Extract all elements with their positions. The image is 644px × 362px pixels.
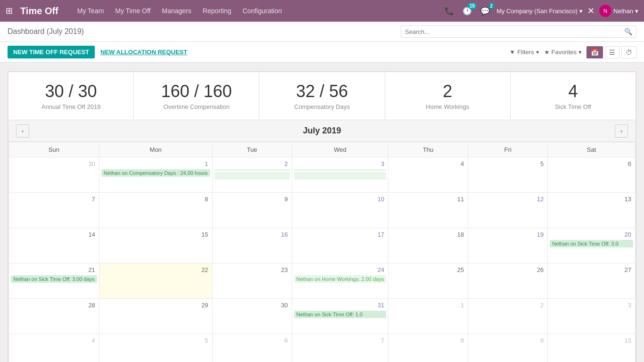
nav-reporting[interactable]: Reporting <box>198 5 236 16</box>
day-number: 5 <box>101 336 210 345</box>
stat-home-workings[interactable]: 2 Home Workings <box>385 72 511 120</box>
calendar-day[interactable]: 9 <box>212 193 292 228</box>
day-number: 21 <box>11 265 97 274</box>
search-input[interactable] <box>405 28 624 35</box>
stat-annual-time-off[interactable]: 30 / 30 Annual Time Off 2019 <box>8 72 134 120</box>
stat-annual-value: 30 / 30 <box>20 82 122 101</box>
calendar-day[interactable]: 10 <box>548 334 636 362</box>
calendar-day[interactable]: 17 <box>292 228 388 263</box>
stat-sick[interactable]: 4 Sick Time Off <box>511 72 636 120</box>
calendar-day[interactable]: 13 <box>548 193 636 228</box>
calendar-day[interactable]: 26 <box>468 263 548 299</box>
calendar-day[interactable]: 6 <box>212 334 292 362</box>
list-view-button[interactable]: ☰ <box>605 46 619 58</box>
calendar-day[interactable]: 21Nethan on Sick Time Off: 3.00 days <box>9 263 99 299</box>
subheader: Dashboard (July 2019) 🔍 <box>0 22 644 42</box>
calendar-day[interactable]: 31Nethan on Sick Time Off: 1.0 <box>292 299 388 334</box>
user-name: Nethan <box>613 8 633 15</box>
calendar-event[interactable]: Nethan on Home Workings: 2.00 days <box>294 275 387 283</box>
calendar-day[interactable]: 7 <box>9 193 99 228</box>
calendar-day[interactable]: 10 <box>292 193 388 228</box>
calendar-day[interactable]: 12 <box>468 193 548 228</box>
calendar-day[interactable]: 29 <box>99 299 212 334</box>
calendar-day[interactable]: 28 <box>9 299 99 334</box>
stat-home-label: Home Workings <box>396 103 499 110</box>
search-bar[interactable]: 🔍 <box>401 25 636 38</box>
calendar-day[interactable]: 1Nethan on Compensatory Days : 24.00 hou… <box>99 157 212 193</box>
calendar-day[interactable]: 16 <box>212 228 292 263</box>
calendar-day[interactable]: 23 <box>212 263 292 299</box>
calendar-prev-button[interactable]: ‹ <box>16 124 29 138</box>
calendar-day[interactable]: 9 <box>468 334 548 362</box>
filter-chevron-icon: ▾ <box>536 49 539 56</box>
nav-my-team[interactable]: My Team <box>73 5 109 16</box>
stat-overtime[interactable]: 160 / 160 Overtime Compensation <box>134 72 259 120</box>
calendar-day[interactable]: 8 <box>99 193 212 228</box>
stat-compensatory[interactable]: 32 / 56 Compensatory Days <box>259 72 385 120</box>
calendar-event[interactable] <box>215 169 290 171</box>
day-number: 13 <box>550 195 633 204</box>
grid-icon[interactable]: ⊞ <box>6 6 13 16</box>
calendar-day[interactable]: 14 <box>9 228 99 263</box>
calendar-day[interactable]: 30 <box>212 299 292 334</box>
calendar-next-button[interactable]: › <box>615 124 628 138</box>
day-number: 26 <box>470 265 545 274</box>
calendar-day[interactable]: 2 <box>468 299 548 334</box>
calendar-title: July 2019 <box>303 126 341 136</box>
user-chevron-icon: ▾ <box>635 8 638 15</box>
close-button[interactable]: ✕ <box>587 6 594 16</box>
nav-configuration[interactable]: Configuration <box>238 5 286 16</box>
calendar-day[interactable]: 1 <box>388 299 468 334</box>
calendar-week-row: 21Nethan on Sick Time Off: 3.00 days2223… <box>9 263 636 299</box>
calendar-day[interactable]: 6 <box>548 157 636 193</box>
day-number: 8 <box>101 195 210 204</box>
calendar-day[interactable]: 24Nethan on Home Workings: 2.00 days <box>292 263 388 299</box>
calendar-day[interactable]: 5 <box>468 157 548 193</box>
calendar-day[interactable]: 15 <box>99 228 212 263</box>
weekday-wed: Wed <box>292 142 388 157</box>
new-allocation-button[interactable]: NEW ALLOCATION REQUEST <box>100 49 187 56</box>
calendar-day[interactable]: 22 <box>99 263 212 299</box>
day-number: 2 <box>470 301 545 310</box>
nav-my-time-off[interactable]: My Time Off <box>110 5 155 16</box>
favorites-button[interactable]: ★ Favorites ▾ <box>544 49 582 56</box>
day-number: 1 <box>390 301 466 310</box>
new-time-off-button[interactable]: NEW TIME OFF REQUEST <box>8 46 95 58</box>
filters-button[interactable]: ▼ Filters ▾ <box>509 49 539 56</box>
day-number: 16 <box>215 230 290 239</box>
nav-managers[interactable]: Managers <box>157 5 196 16</box>
calendar-day[interactable]: 7 <box>292 334 388 362</box>
calendar-day[interactable]: 30 <box>9 157 99 193</box>
clock-button[interactable]: 🕐 15 <box>461 5 474 17</box>
calendar-event[interactable]: Nethan on Sick Time Off: 1.0 <box>294 311 387 318</box>
activity-view-button[interactable]: ⏱ <box>621 46 636 58</box>
calendar-event[interactable]: Nethan on Sick Time Off: 3.00 days <box>11 275 97 283</box>
calendar-day[interactable]: 3 <box>548 299 636 334</box>
calendar-event[interactable] <box>294 169 387 171</box>
calendar-event[interactable]: Nethan on Sick Time Off: 3.0 <box>550 240 633 247</box>
calendar-day[interactable]: 25 <box>388 263 468 299</box>
company-selector[interactable]: My Company (San Francisco) ▾ <box>496 8 583 15</box>
calendar-event[interactable]: Nethan on Compensatory Days : 24.00 hour… <box>101 169 210 177</box>
message-button[interactable]: 💬 2 <box>479 5 492 17</box>
calendar-day[interactable]: 18 <box>388 228 468 263</box>
calendar-day[interactable]: 20Nethan on Sick Time Off: 3.0 <box>548 228 636 263</box>
calendar-day[interactable]: 4 <box>9 334 99 362</box>
calendar-day[interactable]: 19 <box>468 228 548 263</box>
calendar-day[interactable]: 3 <box>292 157 388 193</box>
calendar-day[interactable]: 11 <box>388 193 468 228</box>
calendar-view-button[interactable]: 📅 <box>586 46 603 58</box>
day-number: 7 <box>11 195 97 204</box>
calendar-day[interactable]: 8 <box>388 334 468 362</box>
calendar-day[interactable]: 27 <box>548 263 636 299</box>
stat-compensatory-label: Compensatory Days <box>271 103 373 110</box>
nav-menu: My Team My Time Off Managers Reporting C… <box>73 5 438 16</box>
weekday-fri: Fri <box>468 142 548 157</box>
calendar-day[interactable]: 2 <box>212 157 292 193</box>
day-number: 6 <box>215 336 290 345</box>
day-number: 27 <box>550 265 633 274</box>
calendar-day[interactable]: 5 <box>99 334 212 362</box>
phone-button[interactable]: 📞 <box>443 5 456 17</box>
calendar-day[interactable]: 4 <box>388 157 468 193</box>
user-menu-button[interactable]: N Nethan ▾ <box>599 5 638 17</box>
